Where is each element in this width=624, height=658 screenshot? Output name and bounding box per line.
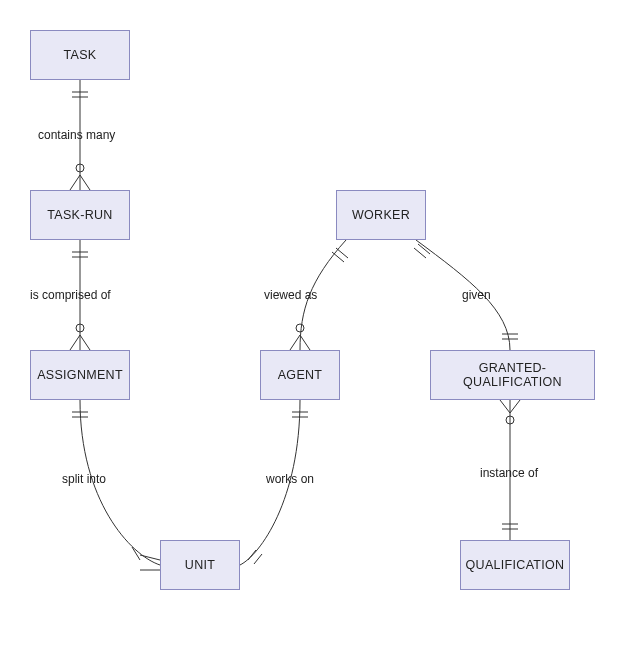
rel-grantedqual-qualification: instance of — [480, 466, 538, 480]
entity-qualification: QUALIFICATION — [460, 540, 570, 590]
svg-line-20 — [254, 554, 262, 564]
svg-line-32 — [510, 400, 520, 413]
svg-line-19 — [248, 550, 256, 560]
svg-line-11 — [80, 335, 90, 350]
entity-unit: UNIT — [160, 540, 240, 590]
entity-task: TASK — [30, 30, 130, 80]
entity-task-run: TASK-RUN — [30, 190, 130, 240]
entity-worker: WORKER — [336, 190, 426, 240]
svg-line-21 — [336, 248, 348, 258]
svg-point-9 — [76, 324, 84, 332]
rel-taskrun-assignment: is comprised of — [30, 288, 111, 302]
entity-assignment: ASSIGNMENT — [30, 350, 130, 400]
svg-line-4 — [70, 175, 80, 190]
svg-line-14 — [140, 555, 160, 560]
svg-line-10 — [70, 335, 80, 350]
entity-assignment-label: ASSIGNMENT — [37, 368, 123, 382]
rel-worker-grantedqual: given — [462, 288, 491, 302]
rel-agent-unit: works on — [266, 472, 314, 486]
rel-task-taskrun: contains many — [38, 128, 115, 142]
entity-unit-label: UNIT — [185, 558, 215, 572]
svg-line-25 — [300, 335, 310, 350]
svg-line-31 — [500, 400, 510, 413]
svg-line-27 — [418, 244, 430, 254]
entity-granted-qualification-label: GRANTED-QUALIFICATION — [435, 361, 590, 389]
entity-granted-qualification: GRANTED-QUALIFICATION — [430, 350, 595, 400]
entity-task-run-label: TASK-RUN — [47, 208, 112, 222]
svg-point-3 — [76, 164, 84, 172]
entity-worker-label: WORKER — [352, 208, 410, 222]
entity-agent-label: AGENT — [278, 368, 323, 382]
svg-line-26 — [414, 248, 426, 258]
svg-point-23 — [296, 324, 304, 332]
rel-worker-agent: viewed as — [264, 288, 317, 302]
svg-line-22 — [332, 252, 344, 262]
entity-agent: AGENT — [260, 350, 340, 400]
svg-line-24 — [290, 335, 300, 350]
entity-qualification-label: QUALIFICATION — [466, 558, 565, 572]
svg-line-16 — [132, 547, 140, 560]
svg-line-5 — [80, 175, 90, 190]
svg-point-33 — [506, 416, 514, 424]
rel-assignment-unit: split into — [62, 472, 106, 486]
entity-task-label: TASK — [64, 48, 97, 62]
er-diagram: TASK TASK-RUN ASSIGNMENT UNIT AGENT WORK… — [0, 0, 624, 658]
